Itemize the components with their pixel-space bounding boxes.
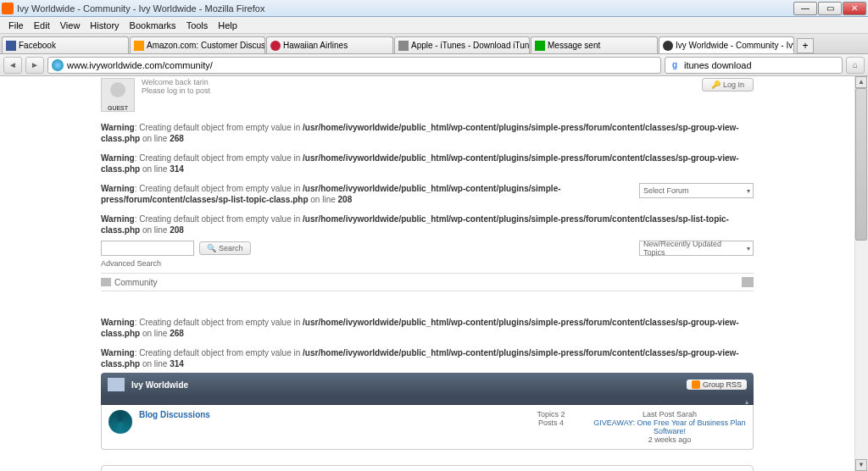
topics-filter-dropdown[interactable]: New/Recently Updated Topics <box>639 241 754 256</box>
login-button[interactable]: 🔑 Log In <box>702 78 754 91</box>
tab-hawaiian[interactable]: Hawaiian Airlines <box>266 36 393 53</box>
ivy-icon <box>663 41 673 51</box>
menu-bookmarks[interactable]: Bookmarks <box>125 19 181 32</box>
scroll-up-icon[interactable]: ▲ <box>855 76 867 88</box>
group-header: Ivy Worldwide Group RSS <box>101 373 754 396</box>
advanced-search-link[interactable]: Advanced Search <box>101 259 754 268</box>
globe-icon <box>52 59 64 71</box>
tab-ivy[interactable]: Ivy Worldwide - Community - Ivy Wo...× <box>659 36 794 53</box>
php-warning: Warning: Creating default object from em… <box>101 213 754 236</box>
forum-link[interactable]: Blog Discussions <box>139 410 210 419</box>
scroll-down-icon[interactable]: ▼ <box>855 459 867 471</box>
menu-file[interactable]: File <box>3 19 29 32</box>
menu-help[interactable]: Help <box>213 19 242 32</box>
hawaiian-icon <box>270 41 281 51</box>
page-content: ▲ ▼ GUEST Welcome back tarin Please log … <box>0 76 868 471</box>
minimize-button[interactable]: — <box>793 2 817 15</box>
search-button[interactable]: 🔍 Search <box>199 241 251 255</box>
google-icon <box>669 59 681 71</box>
group-rss-button[interactable]: Group RSS <box>687 380 747 390</box>
guest-avatar: GUEST <box>101 78 135 112</box>
forum-stats: Topics 2 Posts 4 <box>509 410 593 444</box>
tab-strip: Facebook Amazon.com: Customer Discussion… <box>0 34 868 54</box>
window-title: Ivy Worldwide - Community - Ivy Worldwid… <box>17 3 793 14</box>
url-text: www.ivyworldwide.com/community/ <box>67 60 213 70</box>
tab-apple[interactable]: Apple - iTunes - Download iTunes - T...× <box>394 36 530 53</box>
tag-icon[interactable] <box>742 277 754 287</box>
updated-topics-heading: Unread and recently updated topics <box>101 465 754 471</box>
forum-row: Blog Discussions Topics 2 Posts 4 Last P… <box>101 405 754 450</box>
amazon-icon <box>134 41 144 51</box>
new-tab-button[interactable]: + <box>797 38 814 53</box>
forum-avatar-icon <box>108 410 132 434</box>
php-warning: Warning: Creating default object from em… <box>101 152 754 175</box>
menu-history[interactable]: History <box>85 19 124 32</box>
browser-search-input[interactable]: itunes download <box>665 57 843 74</box>
welcome-text: Welcome back tarin Please log in to post <box>142 78 210 95</box>
menu-view[interactable]: View <box>55 19 86 32</box>
php-warning: Warning: Creating default object from em… <box>101 347 754 369</box>
scrollbar[interactable]: ▲ ▼ <box>854 76 868 471</box>
home-button[interactable]: ⌂ <box>846 57 865 74</box>
menu-bar: File Edit View History Bookmarks Tools H… <box>0 17 868 34</box>
tab-facebook[interactable]: Facebook <box>2 36 129 53</box>
maximize-button[interactable]: ▭ <box>818 2 842 15</box>
menu-tools[interactable]: Tools <box>181 19 214 32</box>
forum-search-input[interactable] <box>101 241 194 256</box>
forward-button[interactable]: ► <box>25 57 44 74</box>
close-button[interactable]: ✕ <box>843 2 866 15</box>
window-titlebar: Ivy Worldwide - Community - Ivy Worldwid… <box>0 0 868 17</box>
php-warning: Warning: Creating default object from em… <box>101 317 754 339</box>
firefox-icon <box>2 3 14 14</box>
select-forum-dropdown[interactable]: Select Forum <box>639 183 754 198</box>
php-warning: Warning: Creating default object from em… <box>101 122 754 144</box>
breadcrumb-icon <box>101 278 111 286</box>
url-toolbar: ◄ ► www.ivyworldwide.com/community/ itun… <box>0 54 868 76</box>
back-button[interactable]: ◄ <box>3 57 22 74</box>
scroll-thumb[interactable] <box>855 88 867 241</box>
rss-icon <box>692 380 700 389</box>
tab-amazon[interactable]: Amazon.com: Customer Discussions:...× <box>130 36 265 53</box>
last-topic-link[interactable]: GIVEAWAY: One Free Year of Business Plan… <box>593 418 745 435</box>
breadcrumb[interactable]: Community <box>114 278 158 287</box>
url-input[interactable]: www.ivyworldwide.com/community/ <box>47 57 661 74</box>
search-text: itunes download <box>684 60 752 70</box>
last-post: Last Post Sarah GIVEAWAY: One Free Year … <box>593 410 746 444</box>
facebook-icon <box>6 41 16 51</box>
group-icon <box>108 378 125 391</box>
php-warning: Warning: Creating default object from em… <box>101 183 639 205</box>
message-icon <box>535 41 545 51</box>
group-collapse-toggle[interactable] <box>101 396 754 405</box>
group-name[interactable]: Ivy Worldwide <box>131 380 188 390</box>
tab-message[interactable]: Message sent <box>531 36 658 53</box>
menu-edit[interactable]: Edit <box>29 19 55 32</box>
apple-icon <box>398 41 409 51</box>
